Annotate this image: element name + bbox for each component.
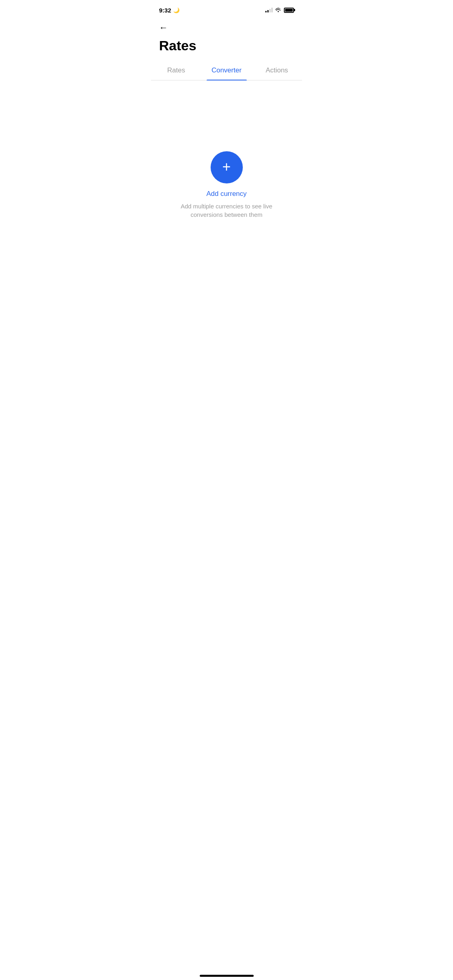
plus-icon: + — [222, 160, 231, 174]
status-time: 9:32 🌙 — [159, 7, 180, 14]
add-currency-button[interactable]: + — [211, 151, 243, 183]
signal-bar-3 — [269, 9, 271, 12]
status-icons — [265, 7, 294, 13]
moon-icon: 🌙 — [173, 7, 180, 13]
status-bar: 9:32 🌙 — [151, 0, 302, 18]
signal-bars-icon — [265, 8, 273, 12]
add-currency-label: Add currency — [206, 190, 246, 198]
battery-icon — [284, 8, 294, 13]
tabs-container: Rates Converter Actions — [151, 62, 302, 80]
wifi-icon — [275, 7, 281, 13]
page-header: ← Rates — [151, 18, 302, 54]
signal-bar-1 — [265, 11, 267, 12]
page-title: Rates — [159, 38, 294, 54]
tab-converter[interactable]: Converter — [201, 62, 252, 80]
battery-fill — [285, 9, 293, 12]
back-arrow-icon: ← — [159, 23, 168, 33]
tab-actions[interactable]: Actions — [252, 62, 302, 80]
signal-bar-2 — [267, 10, 269, 12]
signal-bar-4 — [271, 8, 273, 12]
back-button[interactable]: ← — [159, 21, 168, 35]
content-area: + Add currency Add multiple currencies t… — [151, 80, 302, 282]
time-text: 9:32 — [159, 7, 171, 14]
add-currency-description: Add multiple currencies to see live conv… — [174, 202, 279, 219]
tab-rates[interactable]: Rates — [151, 62, 201, 80]
